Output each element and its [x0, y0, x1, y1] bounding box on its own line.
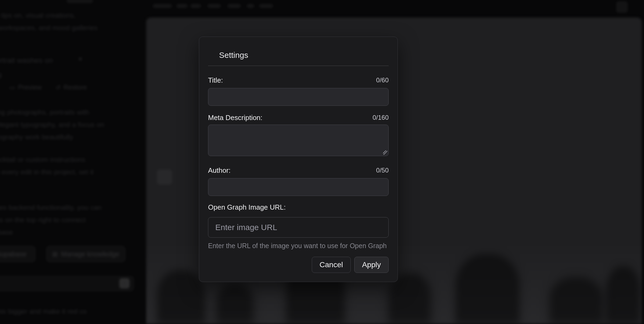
meta-description-label: Meta Description:: [208, 114, 262, 122]
chat-input[interactable]: [0, 276, 134, 291]
chat-message-line: ing photographs, portraits with: [0, 108, 89, 117]
chat-message-line: g: [0, 70, 2, 79]
cancel-button[interactable]: Cancel: [312, 257, 351, 273]
close-icon[interactable]: ×: [78, 54, 83, 64]
chat-sidebar: s tips on, visual creations, workspaces,…: [0, 0, 146, 322]
manage-knowledge-button[interactable]: ⊞ Manage knowledge: [46, 246, 125, 262]
send-icon: ↑: [123, 280, 126, 287]
chat-message-line: ography work beautifully: [0, 132, 73, 142]
breadcrumb-segment: [153, 4, 172, 8]
author-label: Author:: [208, 166, 231, 174]
og-image-url-input[interactable]: [208, 217, 389, 238]
sidebar-tab[interactable]: [66, 0, 93, 3]
supabase-button-label: Supabase: [0, 250, 26, 258]
send-button[interactable]: ↑: [119, 278, 130, 288]
chat-message-line: s tips on, visual creations,: [0, 11, 76, 20]
breadcrumb-dropdown[interactable]: [259, 4, 273, 8]
app-screen: s tips on, visual creations, workspaces,…: [0, 0, 644, 324]
topbar-more-button[interactable]: [616, 1, 628, 13]
breadcrumb-segment: [227, 4, 241, 8]
breadcrumb-segment: [176, 4, 188, 8]
manage-knowledge-label: Manage knowledge: [61, 250, 119, 258]
floating-toolbar-button[interactable]: [157, 170, 172, 185]
tree-silhouette: [157, 270, 205, 324]
breadcrumb-segment: [190, 4, 201, 8]
chat-message-line: ns on the top right to connect: [0, 215, 86, 224]
tree-silhouette: [549, 277, 603, 324]
restore-button[interactable]: ↺ Restore: [55, 83, 87, 91]
og-image-url-helper: Enter the URL of the image you want to u…: [208, 242, 389, 249]
og-image-url-label: Open Graph Image URL:: [208, 203, 286, 211]
tree-silhouette: [216, 284, 254, 324]
restore-icon: ↺: [55, 84, 61, 91]
supabase-button[interactable]: Supabase: [0, 246, 35, 262]
chat-message-line: ocktail or custom instructions: [0, 155, 85, 164]
chat-message-line: o every edit in this project, set it: [0, 167, 94, 177]
author-counter: 0/50: [376, 166, 389, 174]
preview-button[interactable]: ▭ Preview: [9, 83, 42, 91]
modal-divider: [208, 66, 389, 66]
meta-description-counter: 0/160: [373, 114, 389, 122]
chat-message-line: ses backend functionality, you can: [0, 203, 102, 212]
tree-silhouette: [606, 266, 641, 324]
breadcrumb-segment: [207, 4, 221, 8]
version-card-title: ortrait washes on: [0, 56, 53, 65]
restore-button-label: Restore: [63, 83, 87, 91]
resize-handle-icon[interactable]: [383, 150, 387, 155]
title-label: Title:: [208, 76, 223, 84]
title-input[interactable]: [208, 88, 389, 106]
meta-description-textarea[interactable]: [208, 125, 389, 156]
breadcrumb-segment: [247, 4, 254, 8]
history-prompt-text: this bigger and make it red co: [0, 307, 87, 316]
grid-icon: ⊞: [52, 250, 58, 258]
preview-button-label: Preview: [18, 83, 42, 91]
apply-button[interactable]: Apply: [354, 257, 389, 273]
chat-message-line: elegant typography, and a focus on: [0, 120, 104, 129]
chat-message-line: workspaces, and mood galleries: [0, 23, 98, 32]
title-counter: 0/60: [376, 76, 389, 84]
settings-modal: Settings Title: 0/60 Meta Description: 0…: [199, 37, 398, 282]
modal-title: Settings: [219, 51, 389, 59]
tree-silhouette: [455, 254, 520, 324]
chat-message-line: base: [0, 228, 13, 237]
author-input[interactable]: [208, 178, 389, 196]
monitor-icon: ▭: [9, 84, 15, 91]
